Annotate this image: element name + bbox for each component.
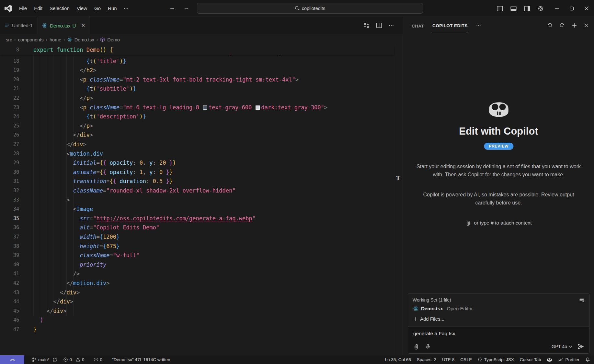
window-minimize-icon[interactable]	[549, 0, 564, 17]
code-line[interactable]: 42 </motion.div>	[0, 279, 394, 288]
send-icon[interactable]	[577, 343, 584, 350]
line-number[interactable]: 26	[0, 130, 19, 140]
split-editor-icon[interactable]	[376, 22, 382, 28]
code-line[interactable]: 39 className="w-full"	[0, 251, 394, 260]
code-line[interactable]: 46 )	[0, 315, 394, 325]
line-number[interactable]: 31	[0, 177, 19, 186]
line-number[interactable]: 32	[0, 186, 19, 195]
add-files-button[interactable]: Add Files...	[408, 312, 589, 326]
window-close-icon[interactable]	[579, 0, 594, 17]
line-number[interactable]: 43	[0, 288, 19, 297]
code-text[interactable]: priority	[33, 260, 106, 270]
code-text[interactable]: export function Demo() {	[33, 45, 113, 55]
line-number[interactable]: 28	[0, 149, 19, 159]
code-line[interactable]: 30 animate={{ opacity: 1, y: 0 }}	[0, 168, 394, 177]
code-text[interactable]: >	[33, 195, 70, 205]
line-number[interactable]: 47	[0, 325, 19, 334]
sync-changes[interactable]	[52, 355, 60, 364]
code-text[interactable]: </h2>	[33, 66, 97, 75]
code-line[interactable]: 40 priority	[0, 260, 394, 270]
code-line[interactable]: 29 initial={{ opacity: 0, y: 20 }}	[0, 158, 394, 168]
undo-icon[interactable]	[547, 23, 553, 28]
breadcrumb-home[interactable]: home	[50, 37, 61, 42]
code-text[interactable]: animate={{ opacity: 1, y: 0 }}	[33, 168, 173, 177]
settings-gear-icon[interactable]	[536, 4, 545, 13]
editor-scrollbar[interactable]: T	[394, 45, 403, 355]
language-mode[interactable]: TypeScript JSX	[474, 355, 517, 364]
line-number[interactable]: 46	[0, 315, 19, 325]
code-text[interactable]: </div>	[33, 140, 86, 149]
line-number[interactable]: 34	[0, 204, 19, 214]
eol-setting[interactable]: CRLF	[457, 355, 474, 364]
sticky-scroll-line[interactable]: 8export function Demo() {	[0, 45, 394, 55]
attach-file-icon[interactable]	[413, 344, 419, 349]
menu-more-icon[interactable]: ⋯	[120, 4, 132, 13]
code-text[interactable]: </p>	[33, 121, 93, 131]
code-text[interactable]: alt="Copilot Edits Demo"	[33, 223, 159, 232]
model-picker[interactable]: GPT 4o	[552, 344, 572, 349]
ports-status[interactable]: 0	[91, 355, 106, 364]
remote-indicator[interactable]: ><	[0, 355, 24, 364]
line-number[interactable]: 33	[0, 195, 19, 205]
code-line[interactable]: 33 >	[0, 195, 394, 205]
code-line[interactable]: 28 <motion.div	[0, 149, 394, 159]
code-line[interactable]: 27 </div>	[0, 140, 394, 149]
code-text[interactable]: className="rounded-xl shadow-2xl overflo…	[33, 186, 235, 195]
line-number[interactable]: 8	[0, 45, 19, 55]
tab-untitled-1[interactable]: Untitled-1	[0, 17, 38, 34]
code-line[interactable]: 35 src="http://oss.copilotedits.com/gene…	[0, 214, 394, 223]
code-text[interactable]: </div>	[33, 288, 80, 297]
clear-working-set-icon[interactable]	[579, 297, 585, 303]
indentation-setting[interactable]: Spaces: 2	[414, 355, 439, 364]
code-line[interactable]: 26 </div>	[0, 130, 394, 140]
menu-go[interactable]: Go	[91, 4, 104, 13]
breadcrumb-components[interactable]: components	[18, 37, 44, 42]
code-line[interactable]: 18 {t('title')}	[0, 57, 394, 66]
panel-more-icon[interactable]: ⋯	[476, 23, 481, 28]
formatter-status[interactable]: Prettier	[555, 355, 582, 364]
code-line[interactable]: 38 height={675}	[0, 242, 394, 251]
code-text[interactable]: initial={{ opacity: 0, y: 20 }}	[33, 158, 176, 168]
breadcrumb-src[interactable]: src	[6, 37, 12, 42]
toggle-primary-sidebar-icon[interactable]	[495, 4, 505, 13]
window-maximize-icon[interactable]	[564, 0, 579, 17]
code-text[interactable]: width={1200}	[33, 232, 120, 242]
code-text[interactable]: </motion.div>	[33, 279, 109, 288]
line-number[interactable]: 27	[0, 140, 19, 149]
chat-input-box[interactable]: generate a Faq.tsx GPT 4o	[408, 326, 589, 353]
cursor-position[interactable]: Ln 35, Col 66	[382, 355, 414, 364]
tab-close-icon[interactable]: ✕	[81, 23, 85, 28]
line-number[interactable]: 41	[0, 269, 19, 279]
code-line[interactable]: 45 </div>	[0, 306, 394, 316]
code-text[interactable]: {t('subtitle')}	[33, 84, 136, 94]
code-text[interactable]: )	[33, 315, 43, 325]
code-text[interactable]: <motion.div	[33, 149, 103, 159]
line-number[interactable]: 40	[0, 260, 19, 270]
code-text[interactable]: transition={{ duration: 0.5 }}	[33, 177, 173, 186]
code-line[interactable]: 34 <Image	[0, 204, 394, 214]
line-number[interactable]: 36	[0, 223, 19, 232]
breadcrumb-symbol[interactable]: Demo	[107, 37, 120, 42]
menu-selection[interactable]: Selection	[46, 4, 73, 13]
code-text[interactable]: </div>	[33, 130, 93, 140]
code-text[interactable]: <p className="mt-2 text-3xl font-bold tr…	[33, 75, 299, 84]
code-line[interactable]: 36 alt="Copilot Edits Demo"	[0, 223, 394, 232]
code-text[interactable]: </div>	[33, 297, 73, 306]
code-text[interactable]: </div>	[33, 306, 66, 316]
microphone-icon[interactable]	[425, 344, 431, 349]
line-number[interactable]: 23	[0, 103, 19, 112]
line-number[interactable]: 18	[0, 57, 19, 66]
git-branch-status[interactable]: main*	[29, 355, 52, 364]
code-text[interactable]: {t('title')}	[33, 57, 126, 66]
chat-input-value[interactable]: generate a Faq.tsx	[413, 331, 584, 336]
line-number[interactable]: 37	[0, 232, 19, 242]
new-session-icon[interactable]	[572, 23, 577, 28]
command-center-search[interactable]: copilotedits	[197, 3, 423, 14]
code-line[interactable]: 44 </div>	[0, 297, 394, 306]
line-number[interactable]: 30	[0, 168, 19, 177]
breadcrumb-file[interactable]: Demo.tsx	[74, 37, 94, 42]
problems-status[interactable]: 0 0	[60, 355, 87, 364]
code-line[interactable]: 25 </p>	[0, 121, 394, 131]
line-number[interactable]: 39	[0, 251, 19, 260]
navigate-back-icon[interactable]: ←	[169, 4, 175, 11]
